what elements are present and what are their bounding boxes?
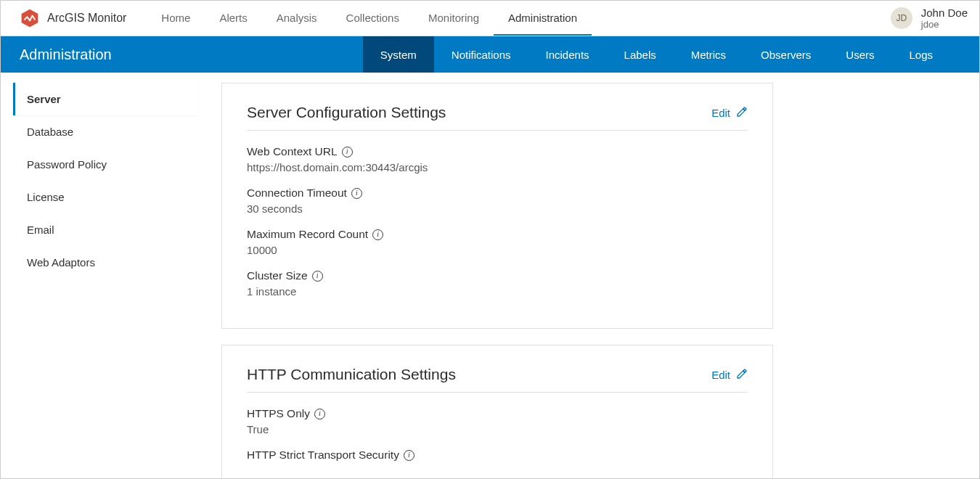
tab-system[interactable]: System	[363, 36, 434, 73]
top-nav: Home Alerts Analysis Collections Monitor…	[147, 1, 592, 36]
field-value: 1 instance	[247, 285, 748, 298]
topnav-item-home[interactable]: Home	[147, 1, 205, 36]
tab-observers[interactable]: Observers	[743, 36, 828, 73]
field-label: HTTPS Only	[247, 407, 310, 420]
sidebar-item-web-adaptors[interactable]: Web Adaptors	[13, 246, 198, 279]
topnav-item-alerts[interactable]: Alerts	[205, 1, 261, 36]
app-logo-icon	[20, 8, 40, 28]
field: Web Context URLi https://host.domain.com…	[247, 145, 748, 173]
tab-notifications[interactable]: Notifications	[434, 36, 528, 73]
field: Cluster Sizei 1 instance	[247, 269, 748, 298]
field: HTTPS Onlyi True	[247, 407, 748, 435]
edit-button[interactable]: Edit	[711, 106, 748, 120]
tab-labels[interactable]: Labels	[607, 36, 674, 73]
tab-users[interactable]: Users	[828, 36, 891, 73]
field-label: HTTP Strict Transport Security	[247, 449, 399, 462]
card-server-config: Server Configuration Settings Edit Web C…	[221, 83, 773, 329]
info-icon[interactable]: i	[342, 147, 353, 157]
sidebar: Server Database Password Policy License …	[1, 83, 198, 478]
field-value: https://host.domain.com:30443/arcgis	[247, 161, 748, 173]
tab-logs[interactable]: Logs	[891, 36, 950, 73]
admin-tabs: System Notifications Incidents Labels Me…	[363, 36, 979, 73]
sidebar-item-server[interactable]: Server	[13, 83, 198, 115]
top-bar: ArcGIS Monitor Home Alerts Analysis Coll…	[1, 1, 979, 36]
info-icon[interactable]: i	[372, 229, 383, 240]
pencil-icon	[736, 368, 748, 382]
edit-label: Edit	[711, 369, 730, 381]
avatar: JD	[891, 7, 912, 29]
content: Server Database Password Policy License …	[1, 73, 979, 478]
info-icon[interactable]: i	[314, 409, 325, 419]
topnav-item-administration[interactable]: Administration	[494, 1, 592, 36]
card-title: HTTP Communication Settings	[247, 366, 456, 383]
field: Connection Timeouti 30 seconds	[247, 187, 748, 215]
pencil-icon	[736, 106, 748, 120]
page-title: Administration	[1, 36, 112, 73]
info-icon[interactable]: i	[404, 450, 415, 461]
user-menu[interactable]: JD John Doe jdoe	[891, 7, 968, 30]
field-label: Web Context URL	[247, 145, 338, 158]
svg-marker-0	[22, 9, 38, 28]
sidebar-item-password-policy[interactable]: Password Policy	[13, 148, 198, 181]
topnav-item-collections[interactable]: Collections	[332, 1, 414, 36]
user-login: jdoe	[921, 19, 968, 30]
field-label: Connection Timeout	[247, 187, 347, 200]
sidebar-item-email[interactable]: Email	[13, 213, 198, 246]
field-value: True	[247, 423, 748, 435]
field-label: Cluster Size	[247, 269, 308, 282]
field: Maximum Record Counti 10000	[247, 228, 748, 256]
sidebar-item-database[interactable]: Database	[13, 115, 198, 148]
card-title: Server Configuration Settings	[247, 104, 446, 121]
info-icon[interactable]: i	[351, 188, 362, 199]
field-label: Maximum Record Count	[247, 228, 368, 241]
topnav-item-analysis[interactable]: Analysis	[262, 1, 332, 36]
admin-bar: Administration System Notifications Inci…	[1, 36, 979, 73]
edit-label: Edit	[711, 107, 730, 119]
tab-incidents[interactable]: Incidents	[528, 36, 607, 73]
sidebar-item-license[interactable]: License	[13, 181, 198, 213]
info-icon[interactable]: i	[312, 271, 323, 282]
app-name: ArcGIS Monitor	[47, 12, 126, 25]
card-http-settings: HTTP Communication Settings Edit HTTPS O…	[221, 345, 773, 478]
field-value: 10000	[247, 244, 748, 256]
topnav-item-monitoring[interactable]: Monitoring	[414, 1, 494, 36]
tab-metrics[interactable]: Metrics	[674, 36, 743, 73]
edit-button[interactable]: Edit	[711, 368, 748, 382]
user-name: John Doe	[921, 7, 968, 19]
field-value: 30 seconds	[247, 202, 748, 215]
field: HTTP Strict Transport Securityi	[247, 449, 748, 462]
main-panel: Server Configuration Settings Edit Web C…	[198, 83, 979, 478]
